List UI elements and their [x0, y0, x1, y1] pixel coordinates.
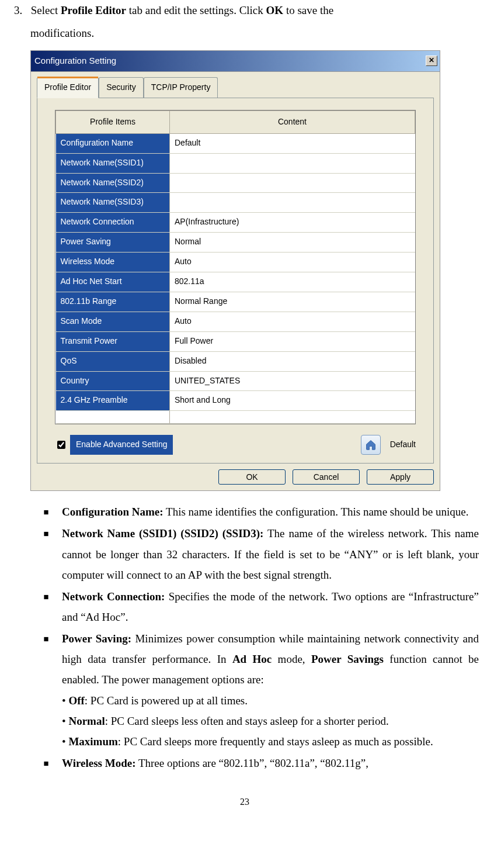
row-key: Network Connection	[56, 213, 170, 233]
row-value	[170, 153, 415, 173]
table-row[interactable]: Network Name(SSID3)	[56, 193, 415, 213]
column-header-items[interactable]: Profile Items	[56, 110, 170, 133]
config-setting-window: Configuration Setting ✕ Profile EditorSe…	[30, 50, 440, 491]
table-row[interactable]: Configuration NameDefault	[56, 133, 415, 153]
sub-item: • Normal: PC Card sleeps less often and …	[62, 711, 479, 731]
step-text: modifications.	[30, 23, 482, 43]
row-value: Normal Range	[170, 292, 415, 312]
row-value: Full Power	[170, 331, 415, 351]
item-title: Power Saving:	[62, 632, 131, 645]
step-text: tab and edit the settings. Click	[126, 4, 266, 16]
profile-grid: Profile Items Content Configuration Name…	[55, 110, 416, 424]
ok-button[interactable]: OK	[218, 469, 286, 485]
item-text-bold: Ad Hoc	[232, 653, 272, 665]
table-row[interactable]: QoSDisabled	[56, 351, 415, 371]
bullet-icon: ■	[42, 504, 50, 522]
cancel-button[interactable]: Cancel	[293, 469, 360, 485]
row-value: Auto	[170, 253, 415, 272]
row-key: Configuration Name	[56, 133, 170, 153]
tab-strip: Profile EditorSecurityTCP/IP Property	[31, 72, 440, 98]
table-row[interactable]: Network ConnectionAP(Infrastructure)	[56, 213, 415, 233]
row-key: QoS	[56, 351, 170, 371]
sub-bullet: •	[62, 694, 68, 707]
item-title: Network Name (SSID1) (SSID2) (SSID3):	[62, 527, 263, 540]
step-text-bold: OK	[266, 4, 284, 16]
bullet-icon: ■	[42, 589, 50, 627]
list-item: ■ Network Connection: Specifies the mode…	[42, 586, 479, 627]
table-row	[56, 411, 415, 424]
tab-profile-editor[interactable]: Profile Editor	[37, 77, 99, 98]
table-row[interactable]: Network Name(SSID2)	[56, 173, 415, 193]
sub-text: : PC Card sleeps less often and stays as…	[105, 715, 389, 727]
row-key: Network Name(SSID2)	[56, 173, 170, 193]
item-title: Configuration Name:	[62, 506, 163, 518]
row-value: Disabled	[170, 351, 415, 371]
sub-item: • Maximum: PC Card sleeps more frequentl…	[62, 731, 479, 752]
home-icon[interactable]	[361, 435, 381, 455]
table-row[interactable]: Wireless ModeAuto	[56, 253, 415, 272]
table-row[interactable]: Scan ModeAuto	[56, 312, 415, 331]
step-number: 3.	[14, 0, 28, 20]
row-value: AP(Infrastructure)	[170, 213, 415, 233]
row-value: Normal	[170, 233, 415, 253]
table-row[interactable]: 802.11b RangeNormal Range	[56, 292, 415, 312]
row-value: Auto	[170, 312, 415, 331]
row-key: Power Saving	[56, 233, 170, 253]
item-title: Wireless Mode:	[62, 757, 135, 769]
sub-bullet: •	[62, 735, 68, 748]
table-row[interactable]: 2.4 GHz PreambleShort and Long	[56, 391, 415, 411]
sub-title: Off	[68, 694, 84, 707]
item-title: Network Connection:	[62, 590, 165, 603]
row-key: Wireless Mode	[56, 253, 170, 272]
item-text: mode,	[272, 653, 311, 665]
row-value: Default	[170, 133, 415, 153]
button-row: OK Cancel Apply	[31, 469, 440, 490]
step-text-bold: Profile Editor	[61, 4, 126, 16]
row-key: Scan Mode	[56, 312, 170, 331]
row-key: 802.11b Range	[56, 292, 170, 312]
row-value: 802.11a	[170, 272, 415, 292]
list-item: ■ Network Name (SSID1) (SSID2) (SSID3): …	[42, 523, 479, 585]
bullet-icon: ■	[42, 631, 50, 752]
titlebar: Configuration Setting ✕	[31, 51, 440, 72]
row-key: Network Name(SSID3)	[56, 193, 170, 213]
item-text: Three options are “802.11b”, “802.11a”, …	[135, 757, 368, 769]
step-text: to save the	[283, 4, 333, 16]
apply-button[interactable]: Apply	[367, 469, 434, 485]
step-instruction: 3. Select Profile Editor tab and edit th…	[14, 0, 482, 20]
sub-item: • Off: PC Card is powered up at all time…	[62, 690, 479, 711]
row-key: Transmit Power	[56, 331, 170, 351]
table-row[interactable]: Transmit PowerFull Power	[56, 331, 415, 351]
table-row[interactable]: Network Name(SSID1)	[56, 153, 415, 173]
row-value: UNITED_STATES	[170, 371, 415, 391]
enable-advanced-checkbox[interactable]	[57, 441, 65, 449]
row-value	[170, 173, 415, 193]
bullet-list: ■ Configuration Name: This name identifi…	[42, 502, 482, 773]
window-title: Configuration Setting	[34, 53, 116, 69]
tab-tcpip-property[interactable]: TCP/IP Property	[144, 77, 218, 98]
close-icon[interactable]: ✕	[426, 56, 437, 66]
table-row[interactable]: CountryUNITED_STATES	[56, 371, 415, 391]
list-item: ■ Power Saving: Minimizes power consumpt…	[42, 628, 479, 752]
row-value	[170, 193, 415, 213]
list-item: ■ Configuration Name: This name identifi…	[42, 502, 479, 522]
list-item: ■ Wireless Mode: Three options are “802.…	[42, 753, 479, 773]
item-text: This name identifies the configuration. …	[163, 506, 469, 518]
tab-content: Profile Items Content Configuration Name…	[37, 98, 434, 464]
row-value: Short and Long	[170, 391, 415, 411]
row-value	[170, 411, 415, 424]
table-row[interactable]: Ad Hoc Net Start802.11a	[56, 272, 415, 292]
sub-bullet: •	[62, 715, 68, 727]
enable-advanced-label: Enable Advanced Setting	[70, 435, 173, 455]
page-number: 23	[7, 793, 482, 811]
bullet-icon: ■	[42, 526, 50, 585]
tab-security[interactable]: Security	[99, 77, 144, 98]
column-header-content[interactable]: Content	[170, 110, 415, 133]
default-label: Default	[390, 437, 416, 452]
row-key: Country	[56, 371, 170, 391]
sub-title: Maximum	[68, 735, 117, 748]
row-key	[56, 411, 170, 424]
advanced-row: Enable Advanced Setting Default	[55, 424, 416, 455]
table-row[interactable]: Power SavingNormal	[56, 233, 415, 253]
item-text-bold: Power Savings	[311, 653, 384, 665]
